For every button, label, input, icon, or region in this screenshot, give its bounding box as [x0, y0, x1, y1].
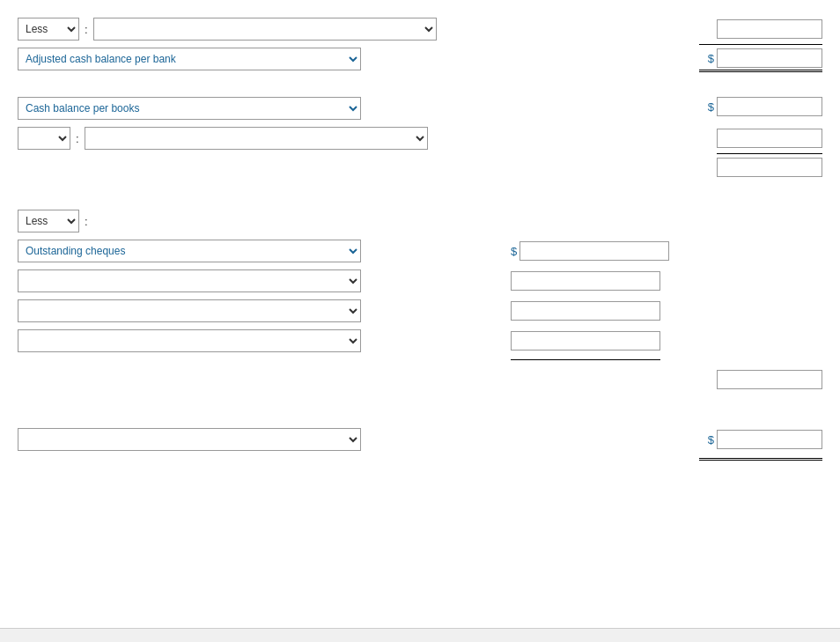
colon-1: : [85, 23, 88, 36]
books-adjust-amount[interactable] [717, 129, 822, 148]
outstanding-dollar: $ [511, 245, 517, 258]
less-amount-input-1[interactable] [717, 19, 822, 39]
bank-subtotal[interactable] [717, 370, 822, 389]
bank-item-select-2[interactable]: Option 1 [18, 299, 361, 322]
books-type-select[interactable]: Add Less [18, 127, 70, 150]
books-subtotal[interactable] [717, 158, 822, 177]
final-dollar: $ [708, 433, 714, 446]
cash-books-dollar: $ [708, 100, 714, 114]
bank-item-select-1[interactable]: Option 1 [18, 269, 361, 292]
bank-item-amount-3[interactable] [511, 331, 660, 351]
cash-books-amount[interactable] [717, 97, 822, 116]
final-account-select[interactable]: Option 1 [18, 428, 361, 451]
books-account-select[interactable]: Option 1 Option 2 [85, 127, 428, 150]
final-amount[interactable] [717, 430, 822, 449]
horizontal-scrollbar[interactable] [0, 628, 840, 642]
adjusted-cash-bank-select[interactable]: Adjusted cash balance per bank Option 2 [18, 48, 361, 70]
adjusted-bank-dollar: $ [708, 52, 714, 65]
less-type-select-1[interactable]: Less Add [18, 18, 79, 41]
colon-2: : [76, 132, 79, 145]
bank-item-amount-1[interactable] [511, 271, 660, 291]
outstanding-amount[interactable] [519, 241, 669, 261]
colon-3: : [85, 215, 88, 228]
bank-item-amount-2[interactable] [511, 301, 660, 321]
outstanding-cheques-select[interactable]: Outstanding cheques Option 2 [18, 240, 361, 262]
adjusted-bank-amount[interactable] [717, 48, 822, 68]
less-type-select-2[interactable]: Less Add [18, 210, 79, 232]
cash-balance-books-select[interactable]: Cash balance per books Option 2 [18, 97, 361, 120]
less-account-select-1[interactable]: Option 1 Option 2 [93, 18, 437, 41]
bank-item-select-3[interactable]: Option 1 [18, 329, 361, 352]
